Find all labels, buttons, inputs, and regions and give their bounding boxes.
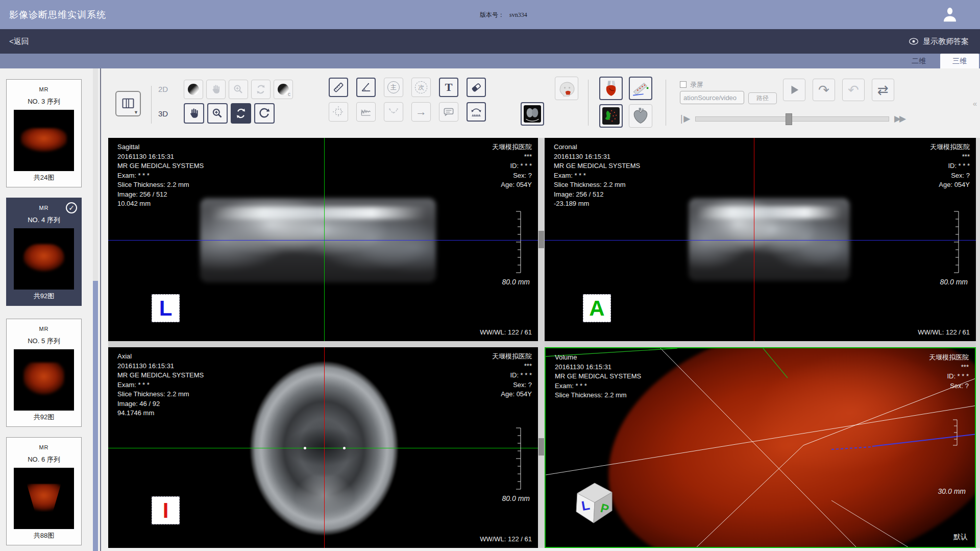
scale-label: 80.0 mm (502, 278, 530, 286)
heart-icon (632, 107, 649, 125)
tool-2d-zoom-button[interactable] (229, 80, 248, 99)
swap-direction-button[interactable]: ⇄ (872, 79, 894, 101)
back-button[interactable]: <返回 (9, 37, 29, 46)
scale-ruler (951, 210, 960, 274)
tool-2d-reset-windowlevel-button[interactable]: c (274, 80, 293, 99)
view-3d-vr-button[interactable] (555, 77, 578, 100)
collapse-toolbar-icon[interactable]: « (973, 99, 977, 108)
tool-arc-button[interactable] (384, 102, 403, 122)
tab-3d[interactable]: 三维 (940, 54, 979, 68)
series-image-count: 共24图 (7, 173, 81, 182)
app-title: 影像诊断思维实训系统 (9, 9, 106, 21)
tool-eraser-button[interactable] (467, 78, 486, 97)
segmentation-icon (602, 107, 620, 125)
tool-profile-curve-button[interactable] (356, 102, 376, 122)
show-teacher-answer-button[interactable]: 显示教师答案 (909, 37, 969, 46)
sidebar-scrollbar[interactable] (93, 68, 98, 551)
fast-speed-icon[interactable]: ▶▶ (894, 113, 904, 124)
contrast-reset-icon (278, 84, 289, 95)
ruler-icon (332, 81, 345, 94)
viewport-coronal[interactable]: Coronal20161130 16:15:31 MR GE MEDICAL S… (545, 138, 976, 341)
view-joint-button[interactable] (599, 77, 623, 100)
tool-3d-pan-button[interactable] (184, 103, 204, 124)
dicom-overlay-topright: 天堰模拟医院*** ID: * * *Sex: ? Age: 054Y (492, 352, 532, 399)
window-level-label: WW/WL: 122 / 61 (480, 328, 532, 336)
dicom-overlay-topleft: Axial20161130 16:15:31 MR GE MEDICAL SYS… (117, 352, 204, 418)
crosshair-horizontal-blue[interactable] (108, 240, 538, 241)
right-scroll-strip[interactable] (976, 138, 980, 548)
series-image-count: 共88图 (7, 531, 81, 540)
cardiac-button[interactable] (629, 104, 652, 128)
tool-2d-rotate-button[interactable] (251, 80, 271, 99)
series-thumbnail (14, 110, 74, 171)
rotate-right-play-button[interactable]: ↷ (813, 79, 835, 101)
series-image-count: 共92图 (7, 413, 81, 422)
play-button[interactable] (783, 79, 805, 101)
rotate-left-icon: ↶ (848, 82, 859, 98)
series-modality: MR (7, 444, 81, 450)
viewport-axial[interactable]: Axial20161130 16:15:31 MR GE MEDICAL SYS… (108, 347, 538, 548)
tool-ruler-button[interactable] (329, 78, 348, 97)
slider-thumb[interactable] (786, 113, 792, 125)
tool-3d-rotate-button-selected[interactable] (231, 103, 251, 124)
arrow-icon: → (415, 105, 427, 118)
eye-icon (909, 37, 919, 45)
hand-icon (210, 83, 222, 95)
tool-3d-zoom-button[interactable] (207, 103, 228, 124)
orientation-cube[interactable]: L P (571, 480, 618, 531)
toolbar: ▼ 2D 3D c (102, 68, 980, 138)
tool-curve-measure-button[interactable] (467, 102, 486, 122)
view-slice-plane-button[interactable] (629, 77, 652, 100)
series-card-2-selected[interactable]: ✓ MR NO. 4 序列 共92图 (6, 198, 82, 306)
dicom-overlay-topright: 天堰模拟医院*** ID: * * *Sex: ? (929, 353, 969, 391)
user-avatar-icon[interactable] (941, 6, 959, 23)
app-window: 影像诊断思维实训系统 版本号：svn334 <返回 显示教师答案 二维 三维 M… (0, 0, 980, 551)
tool-2d-pan-button[interactable] (206, 80, 226, 99)
viewport-volume[interactable]: Volume20161130 16:15:31 MR GE MEDICAL SY… (545, 347, 976, 548)
crosshair-horizontal-green[interactable] (108, 448, 538, 448)
sidebar-scrollbar-thumb[interactable] (93, 281, 98, 551)
series-card-4[interactable]: MR NO. 6 序列 共88图 (6, 437, 82, 545)
orientation-marker: I (152, 496, 180, 524)
tool-3d-reset-button[interactable] (254, 103, 275, 124)
scale-label: 80.0 mm (502, 494, 530, 502)
tool-annotation-button[interactable] (439, 102, 458, 122)
playback-slider[interactable] (695, 113, 889, 125)
dicom-overlay-topleft: Volume20161130 16:15:31 MR GE MEDICAL SY… (555, 353, 641, 400)
series-card-3[interactable]: MR NO. 5 序列 共92图 (6, 319, 82, 427)
slider-track[interactable] (695, 116, 889, 122)
crosshair-vertical-green[interactable] (324, 138, 325, 341)
view-2d-ct-button[interactable] (521, 102, 544, 126)
crosshair-horizontal-blue[interactable] (545, 240, 976, 241)
series-modality: MR (7, 86, 81, 92)
eraser-icon (470, 81, 483, 94)
tool-roi-button[interactable] (329, 102, 348, 122)
slow-speed-icon[interactable]: ❘▶ (678, 113, 689, 124)
crosshair-vertical-red[interactable] (754, 138, 754, 341)
viewport-sagittal[interactable]: Sagittal20161130 16:15:31 MR GE MEDICAL … (108, 138, 538, 341)
slice-scrollbar-column[interactable] (538, 138, 545, 548)
render-preset-label: 默认 (953, 533, 968, 542)
dicom-overlay-topright: 天堰模拟医院*** ID: * * *Sex: ? Age: 054Y (930, 142, 970, 190)
tool-2d-windowlevel-button[interactable] (184, 80, 203, 99)
histogram-icon (359, 105, 373, 118)
segmentation-button[interactable] (599, 104, 623, 128)
tab-2d[interactable]: 二维 (899, 54, 938, 68)
slice-scrollbar-thumb[interactable] (538, 438, 544, 456)
tool-main-landmark-button[interactable]: 主 (384, 78, 403, 97)
tool-text-button[interactable]: T (439, 78, 458, 97)
main-area: ▼ 2D 3D c (102, 68, 980, 551)
mr-image-coronal (689, 198, 850, 281)
tool-angle-button[interactable] (356, 78, 376, 97)
series-name: NO. 5 序列 (7, 337, 81, 346)
main-landmark-icon: 主 (387, 81, 400, 93)
path-button[interactable]: 路径 (748, 92, 777, 104)
layout-button[interactable]: ▼ (115, 91, 141, 116)
tool-secondary-landmark-button[interactable]: 次 (411, 78, 431, 97)
record-checkbox[interactable] (680, 81, 687, 88)
series-card-1[interactable]: MR NO. 3 序列 共24图 (6, 79, 82, 187)
slice-scrollbar-thumb[interactable] (538, 231, 544, 248)
tool-arrow-button[interactable]: → (411, 102, 431, 122)
record-path-input[interactable] (680, 91, 744, 104)
rotate-left-play-button[interactable]: ↶ (842, 79, 865, 101)
